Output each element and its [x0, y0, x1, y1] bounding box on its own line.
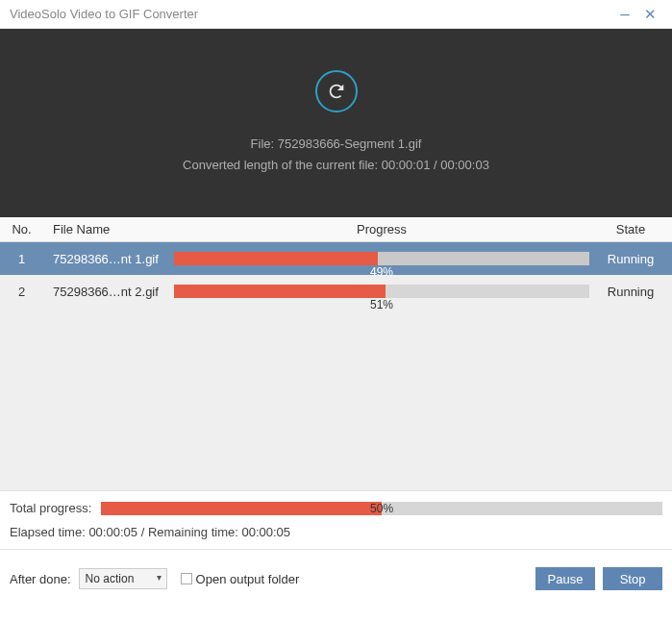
- elapsed-label: Elapsed time:: [10, 525, 86, 539]
- length-label: Converted length of the current file:: [183, 158, 378, 172]
- header-file: File Name: [43, 222, 174, 236]
- refresh-icon: [315, 70, 358, 112]
- chevron-down-icon: ▾: [157, 572, 162, 583]
- length-current: 00:00:01: [382, 158, 431, 172]
- total-progress-label: Total progress:: [10, 501, 91, 515]
- file-name: 752983666-Segment 1.gif: [278, 137, 422, 151]
- row-state: Running: [589, 252, 672, 266]
- spinner-wrap: [315, 70, 358, 112]
- open-folder-option[interactable]: Open output folder: [181, 572, 300, 586]
- after-done-value: No action: [86, 572, 135, 585]
- open-folder-checkbox[interactable]: [181, 573, 192, 584]
- header-no: No.: [0, 222, 43, 236]
- close-button[interactable]: ✕: [637, 6, 662, 23]
- preview-info: File: 752983666-Segment 1.gif Converted …: [183, 134, 489, 176]
- elapsed-value: 00:00:05: [88, 525, 137, 539]
- header-state: State: [589, 222, 672, 236]
- preview-panel: File: 752983666-Segment 1.gif Converted …: [0, 29, 672, 217]
- after-done-label: After done:: [10, 572, 71, 586]
- app-title: VideoSolo Video to GIF Converter: [10, 7, 612, 21]
- progress-text: 51%: [370, 298, 393, 311]
- table-header: No. File Name Progress State: [0, 217, 672, 242]
- row-no: 1: [0, 252, 43, 266]
- pause-button[interactable]: Pause: [535, 567, 595, 590]
- table-row[interactable]: 275298366…nt 2.gif51%Running: [0, 275, 672, 308]
- open-folder-label: Open output folder: [196, 572, 300, 586]
- stop-button[interactable]: Stop: [603, 567, 662, 590]
- total-progress-text: 50%: [370, 502, 393, 515]
- header-progress: Progress: [174, 222, 589, 236]
- total-progress-fill: [101, 502, 382, 515]
- minimize-button[interactable]: –: [612, 5, 637, 24]
- footer: After done: No action ▾ Open output fold…: [0, 558, 672, 602]
- row-progress: 51%: [174, 285, 589, 298]
- table-body: 175298366…nt 1.gif49%Running275298366…nt…: [0, 242, 672, 490]
- divider: [0, 549, 672, 550]
- time-row: Elapsed time: 00:00:05 / Remaining time:…: [10, 525, 662, 539]
- row-file: 75298366…nt 1.gif: [43, 252, 174, 266]
- row-state: Running: [589, 285, 672, 299]
- progress-fill: [174, 252, 378, 265]
- progress-bar: 49%: [174, 252, 589, 265]
- titlebar: VideoSolo Video to GIF Converter – ✕: [0, 0, 672, 29]
- file-label: File:: [251, 137, 275, 151]
- total-progress-bar: 50%: [101, 502, 662, 515]
- time-sep: /: [141, 525, 145, 539]
- table-row[interactable]: 175298366…nt 1.gif49%Running: [0, 242, 672, 275]
- progress-bar: 51%: [174, 285, 589, 298]
- remaining-value: 00:00:05: [241, 525, 290, 539]
- progress-text: 49%: [370, 265, 393, 279]
- length-sep: /: [434, 158, 437, 172]
- total-progress-row: Total progress: 50%: [10, 501, 662, 515]
- summary-panel: Total progress: 50% Elapsed time: 00:00:…: [0, 490, 672, 558]
- length-total: 00:00:03: [440, 158, 489, 172]
- remaining-label: Remaining time:: [148, 525, 238, 539]
- row-file: 75298366…nt 2.gif: [43, 285, 174, 299]
- after-done-select[interactable]: No action ▾: [79, 568, 167, 589]
- row-progress: 49%: [174, 252, 589, 265]
- progress-fill: [174, 285, 386, 298]
- row-no: 2: [0, 285, 43, 299]
